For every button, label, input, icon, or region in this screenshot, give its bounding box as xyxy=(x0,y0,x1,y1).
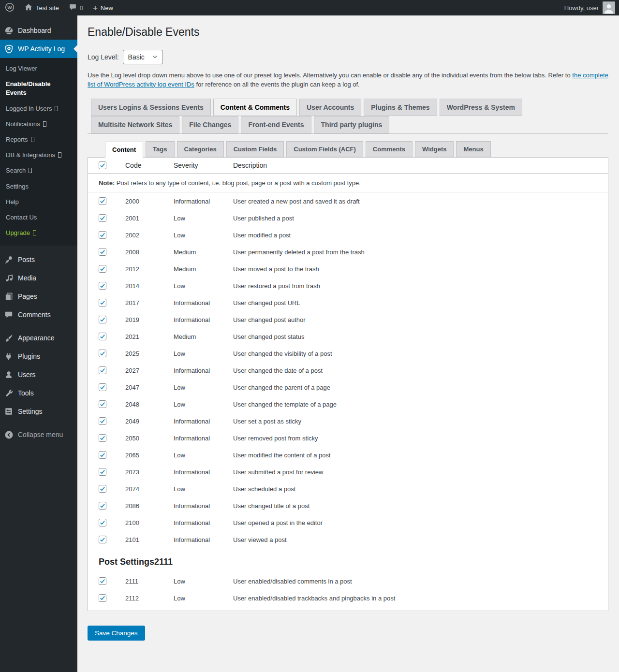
event-code: 2027 xyxy=(125,367,174,374)
main-tab[interactable]: Plugins & Themes xyxy=(364,99,437,116)
main-tab[interactable]: Third party plugins xyxy=(314,116,390,133)
select-all-checkbox[interactable] xyxy=(99,161,106,169)
event-severity: Low xyxy=(174,384,233,391)
site-link[interactable]: Test site xyxy=(19,0,64,15)
event-row: 2019 Informational User changed post aut… xyxy=(88,311,608,328)
event-row: 2017 Informational User changed post URL xyxy=(88,294,608,311)
event-checkbox[interactable] xyxy=(99,299,106,307)
sub-tab[interactable]: Custom Fields xyxy=(226,141,284,157)
event-row: 2012 Medium User moved a post to the tra… xyxy=(88,261,608,278)
wp-activity-log-shield-icon xyxy=(4,44,14,54)
event-description: User changed the template of a page xyxy=(233,401,608,408)
comments-menu[interactable]: 0 xyxy=(64,0,88,15)
event-checkbox[interactable] xyxy=(99,350,106,357)
wordpress-logo-menu[interactable]: W xyxy=(0,0,19,15)
wsal-submenu-item[interactable]: Search xyxy=(0,163,77,178)
sub-tab[interactable]: Menus xyxy=(456,141,490,157)
column-header-code: Code xyxy=(125,161,174,169)
event-code: 2025 xyxy=(125,350,174,357)
sidebar-item-wp-activity-log[interactable]: WP Activity Log xyxy=(0,40,77,58)
wordpress-link[interactable]: WordPress xyxy=(165,671,196,672)
event-checkbox[interactable] xyxy=(99,400,106,408)
wsal-submenu-item[interactable]: DB & Integrations xyxy=(0,147,77,163)
main-tab[interactable]: Multisite Network Sites xyxy=(91,116,179,133)
event-checkbox[interactable] xyxy=(99,577,106,585)
event-checkbox[interactable] xyxy=(99,451,106,459)
event-checkbox[interactable] xyxy=(99,265,106,273)
sub-tab[interactable]: Content xyxy=(105,142,143,158)
event-checkbox[interactable] xyxy=(99,214,106,222)
event-checkbox[interactable] xyxy=(99,536,106,543)
main-tab[interactable]: Content & Comments xyxy=(213,99,297,116)
event-checkbox[interactable] xyxy=(99,231,106,239)
event-checkbox[interactable] xyxy=(99,434,106,442)
column-header-description: Description xyxy=(233,161,608,169)
event-code: 2111 xyxy=(125,578,174,585)
event-checkbox[interactable] xyxy=(99,468,106,476)
event-checkbox[interactable] xyxy=(99,502,106,510)
event-checkbox[interactable] xyxy=(99,485,106,493)
sidebar-item-pages[interactable]: Pages xyxy=(0,287,77,306)
event-severity: Informational xyxy=(174,468,233,476)
sidebar-item-appearance[interactable]: Appearance xyxy=(0,329,77,347)
event-checkbox[interactable] xyxy=(99,333,106,340)
howdy-text[interactable]: Howdy, user xyxy=(564,4,599,12)
main-tab[interactable]: Front-end Events xyxy=(241,116,311,133)
main-tab[interactable]: File Changes xyxy=(182,116,238,133)
sidebar-item-comments[interactable]: Comments xyxy=(0,306,77,324)
event-checkbox[interactable] xyxy=(99,383,106,391)
event-checkbox[interactable] xyxy=(99,594,106,602)
event-severity: Medium xyxy=(174,265,233,273)
log-level-value: Basic xyxy=(128,53,145,61)
sidebar-item-settings[interactable]: Settings xyxy=(0,402,77,421)
main-tab[interactable]: WordPress & System xyxy=(440,99,522,116)
event-row: 2025 Low User changed the visibility of … xyxy=(88,345,608,362)
wsal-submenu-item[interactable]: Log Viewer xyxy=(0,61,77,76)
event-checkbox[interactable] xyxy=(99,248,106,256)
wsal-submenu-item[interactable]: Settings xyxy=(0,179,77,194)
main-tab[interactable]: Users Logins & Sessions Events xyxy=(91,99,211,116)
event-checkbox[interactable] xyxy=(99,197,106,205)
note-label: Note: xyxy=(99,179,115,187)
note-row: Note: Post refers to any type of content… xyxy=(88,174,608,193)
sub-tab[interactable]: Categories xyxy=(177,141,224,157)
admin-sidebar: Dashboard WP Activity Log Log Viewer Ena… xyxy=(0,15,77,672)
event-description: User viewed a post xyxy=(233,536,608,543)
event-severity: Low xyxy=(174,485,233,493)
main-tabs: Users Logins & Sessions EventsContent & … xyxy=(88,99,608,134)
wsal-submenu-item[interactable]: Notifications xyxy=(0,117,77,132)
log-level-select[interactable]: Basic xyxy=(123,50,163,64)
save-changes-button[interactable]: Save Changes xyxy=(88,626,145,641)
wsal-submenu-item[interactable]: Logged In Users xyxy=(0,101,77,117)
sidebar-item-plugins[interactable]: Plugins xyxy=(0,347,77,365)
wsal-submenu-item[interactable]: Enable/Disable Events xyxy=(0,76,77,101)
sub-tab[interactable]: Custom Fields (ACF) xyxy=(286,141,363,157)
new-content-menu[interactable]: + New xyxy=(88,0,118,15)
sidebar-item-tools[interactable]: Tools xyxy=(0,384,77,402)
main-tab[interactable]: User Accounts xyxy=(299,99,361,116)
log-level-label: Log Level: xyxy=(88,53,119,61)
event-checkbox[interactable] xyxy=(99,519,106,526)
event-checkbox[interactable] xyxy=(99,417,106,425)
sub-tab[interactable]: Widgets xyxy=(415,141,454,157)
wsal-submenu-item[interactable]: Contact Us xyxy=(0,210,77,225)
event-checkbox[interactable] xyxy=(99,366,106,374)
sidebar-item-media[interactable]: Media xyxy=(0,269,77,287)
wordpress-logo-icon: W xyxy=(5,2,15,14)
event-row: 2002 Low User modified a post xyxy=(88,227,608,244)
wsal-submenu-item[interactable]: Help xyxy=(0,194,77,210)
wsal-submenu-item[interactable]: Upgrade xyxy=(0,225,77,241)
sidebar-item-users[interactable]: Users xyxy=(0,365,77,384)
sidebar-item-posts[interactable]: Posts xyxy=(0,250,77,269)
user-avatar[interactable] xyxy=(603,1,615,14)
user-icon xyxy=(4,370,14,380)
sub-tab[interactable]: Comments xyxy=(366,141,413,157)
wsal-submenu-item[interactable]: Reports xyxy=(0,132,77,147)
event-checkbox[interactable] xyxy=(99,316,106,323)
event-severity: Informational xyxy=(174,367,233,374)
collapse-menu-button[interactable]: Collapse menu xyxy=(0,425,77,444)
sub-tab[interactable]: Tags xyxy=(146,141,174,157)
sidebar-item-dashboard[interactable]: Dashboard xyxy=(0,21,77,40)
event-checkbox[interactable] xyxy=(99,282,106,290)
event-code: 2074 xyxy=(125,485,174,493)
